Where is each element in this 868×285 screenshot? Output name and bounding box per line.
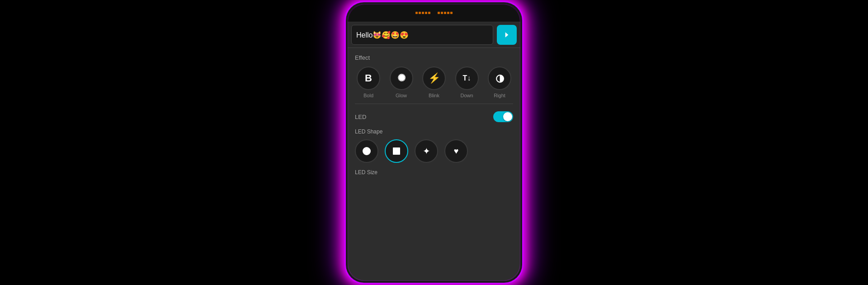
- dot: [428, 12, 430, 14]
- next-button[interactable]: [497, 25, 517, 45]
- led-section: LED LED Shape ✦: [348, 105, 520, 180]
- blink-label: Blink: [429, 93, 439, 98]
- dot: [422, 12, 424, 14]
- down-icon: T↓: [455, 66, 479, 90]
- effect-glow[interactable]: ✺ Glow: [390, 66, 413, 98]
- preview-area: [348, 4, 520, 22]
- dot: [441, 12, 443, 14]
- phone-frame: Hello😻🥰🤩😍 Effect B Bold: [346, 2, 522, 283]
- toggle-knob: [503, 112, 512, 121]
- glow-label: Glow: [396, 93, 407, 98]
- led-shape-label: LED Shape: [355, 128, 513, 135]
- dot: [419, 12, 421, 14]
- text-input-field[interactable]: Hello😻🥰🤩😍: [351, 25, 493, 45]
- dot-group-right: [438, 12, 453, 14]
- circle-shape-icon: [363, 147, 371, 155]
- dot-group-left: [415, 12, 430, 14]
- dot: [450, 12, 453, 14]
- content-area: Effect B Bold ✺ Glow: [348, 48, 520, 281]
- effect-blink[interactable]: ⚡ Blink: [422, 66, 446, 98]
- shape-star[interactable]: ✦: [415, 139, 438, 163]
- led-size-label: LED Size: [355, 169, 513, 176]
- effect-bold[interactable]: B Bold: [357, 66, 380, 98]
- blink-icon: ⚡: [422, 66, 446, 90]
- bold-label: Bold: [363, 93, 373, 98]
- shape-heart[interactable]: ♥: [444, 139, 468, 163]
- chevron-right-icon: [502, 30, 511, 39]
- bold-icon: B: [357, 66, 380, 90]
- led-label: LED: [355, 114, 366, 120]
- effect-down[interactable]: T↓ Down: [455, 66, 479, 98]
- heart-shape-icon: ♥: [454, 147, 459, 155]
- dot: [447, 12, 449, 14]
- dot: [438, 12, 440, 14]
- dot: [415, 12, 418, 14]
- led-toggle[interactable]: [493, 111, 513, 122]
- effect-label: Effect: [355, 54, 513, 61]
- down-label: Down: [460, 93, 473, 98]
- effects-row: B Bold ✺ Glow ⚡ Blink: [355, 66, 513, 98]
- effect-right[interactable]: ◑ Right: [488, 66, 511, 98]
- glow-icon: ✺: [390, 66, 413, 90]
- right-icon: ◑: [488, 66, 511, 90]
- right-label: Right: [494, 93, 505, 98]
- scene: Hello😻🥰🤩😍 Effect B Bold: [0, 0, 868, 285]
- shape-square[interactable]: [385, 139, 408, 163]
- input-row: Hello😻🥰🤩😍: [348, 22, 520, 48]
- star-shape-icon: ✦: [423, 147, 430, 156]
- divider: [355, 104, 513, 104]
- shapes-row: ✦ ♥: [355, 139, 513, 163]
- input-text: Hello😻🥰🤩😍: [356, 31, 409, 39]
- effect-section: Effect B Bold ✺ Glow: [348, 48, 520, 103]
- led-header: LED: [355, 111, 513, 122]
- square-shape-icon: [393, 147, 400, 155]
- shape-circle[interactable]: [355, 139, 378, 163]
- dot: [444, 12, 446, 14]
- dot: [425, 12, 427, 14]
